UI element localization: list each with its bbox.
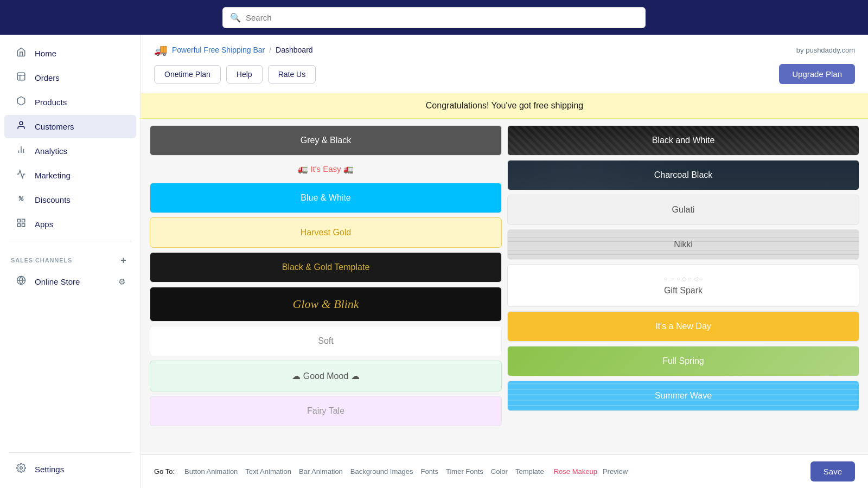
it-is-easy-text: 🚛 It's Easy 🚛 [150,160,502,178]
link-bar-animation[interactable]: Bar Animation [297,466,345,477]
main-layout: Home Orders Products Customers Analytics [0,35,868,488]
template-glow-blink[interactable]: Glow & Blink [150,287,502,322]
online-store-icon [15,275,27,288]
content-header: 🚚 Powerful Free Shipping Bar / Dashboard… [141,35,868,93]
template-gift-spark-label: Gift Spark [664,286,703,295]
go-to-label: Go To: [154,467,175,476]
discounts-icon [15,194,27,206]
rose-makeup-text: Rose Makeup [554,467,597,476]
banner-text: Congratulations! You've got free shippin… [426,101,583,110]
sidebar-item-apps[interactable]: Apps [4,213,136,236]
it-is-easy-label: 🚛 It's Easy 🚛 [298,164,354,174]
sidebar-label-customers: Customers [35,122,74,131]
sidebar-label-apps: Apps [35,220,53,229]
breadcrumb: 🚚 Powerful Free Shipping Bar / Dashboard… [154,43,855,56]
link-text-animation[interactable]: Text Animation [243,466,293,477]
svg-rect-12 [17,224,20,227]
free-shipping-banner: Congratulations! You've got free shippin… [141,93,868,119]
onetime-plan-button[interactable]: Onetime Plan [154,65,221,84]
template-good-mood[interactable]: ☁ Good Mood ☁ [150,361,502,391]
save-button[interactable]: Save [810,461,855,481]
header-actions: Onetime Plan Help Rate Us Upgrade Plan [154,64,855,93]
app-icon: 🚚 [154,43,168,56]
link-color[interactable]: Color [489,466,510,477]
template-blue-white[interactable]: Blue & White [150,183,502,213]
template-soft-label: Soft [318,336,333,345]
templates-grid: Grey & Black 🚛 It's Easy 🚛 Blue & White … [141,119,868,428]
svg-point-8 [22,199,23,201]
sidebar-item-settings[interactable]: Settings [4,458,136,481]
search-icon: 🔍 [230,12,241,23]
template-new-day[interactable]: It's a New Day [507,311,859,342]
home-icon [15,47,27,60]
link-template[interactable]: Template [513,466,546,477]
template-black-gold-label: Black & Gold Template [282,262,370,272]
link-fonts[interactable]: Fonts [418,466,441,477]
analytics-icon [15,145,27,157]
template-summer-wave-label: Summer Wave [655,391,712,400]
breadcrumb-app-name[interactable]: Powerful Free Shipping Bar [172,46,265,54]
template-glow-blink-label: Glow & Blink [292,297,359,311]
online-store-settings-icon[interactable]: ⚙ [118,277,125,287]
svg-rect-13 [22,224,25,227]
sidebar-item-marketing[interactable]: Marketing [4,164,136,187]
template-black-gold[interactable]: Black & Gold Template [150,252,502,282]
orders-icon [15,72,27,84]
template-black-white[interactable]: Black and White [507,125,859,156]
sidebar-item-products[interactable]: Products [4,91,136,114]
template-good-mood-label: ☁ Good Mood ☁ [292,371,360,381]
template-black-white-label: Black and White [652,136,715,145]
template-full-spring[interactable]: Full Spring [507,346,859,376]
template-gulati-label: Gulati [672,205,695,214]
template-summer-wave[interactable]: Summer Wave [507,381,859,411]
settings-icon [15,463,27,476]
preview-text: Preview [603,467,628,476]
link-background-images[interactable]: Background Images [348,466,416,477]
help-button[interactable]: Help [226,65,263,84]
template-charcoal-black[interactable]: Charcoal Black [507,160,859,190]
template-harvest-gold[interactable]: Harvest Gold [150,217,502,248]
left-column: Grey & Black 🚛 It's Easy 🚛 Blue & White … [150,125,502,426]
template-fairy-tale[interactable]: Fairy Tale [150,396,502,426]
sidebar-item-online-store[interactable]: Online Store ⚙ [4,270,136,293]
template-nikki-label: Nikki [674,240,693,249]
sidebar-label-analytics: Analytics [35,146,67,156]
products-icon [15,96,27,108]
template-nikki[interactable]: Nikki [507,229,859,260]
content-area: 🚚 Powerful Free Shipping Bar / Dashboard… [141,35,868,488]
svg-rect-0 [17,73,25,80]
sidebar-item-discounts[interactable]: Discounts [4,188,136,211]
link-button-animation[interactable]: Button Animation [182,466,240,477]
sidebar-item-analytics[interactable]: Analytics [4,139,136,163]
template-soft[interactable]: Soft [150,326,502,356]
sidebar-item-orders[interactable]: Orders [4,66,136,89]
template-grey-black-label: Grey & Black [301,136,351,145]
template-fairy-tale-label: Fairy Tale [307,406,344,415]
template-gulati[interactable]: Gulati [507,195,859,225]
search-input[interactable] [222,7,646,28]
online-store-label: Online Store [35,277,80,286]
upgrade-plan-button[interactable]: Upgrade Plan [779,64,855,84]
add-sales-channel-button[interactable]: + [118,254,130,266]
sidebar-label-discounts: Discounts [35,195,71,204]
sidebar-item-home[interactable]: Home [4,42,136,65]
sidebar-label-orders: Orders [35,73,60,82]
template-charcoal-label: Charcoal Black [654,170,713,179]
sales-channels-section: SALES CHANNELS + [0,246,141,269]
breadcrumb-by: by pushdaddy.com [796,46,855,54]
right-column: Black and White Charcoal Black Gulati Ni… [507,125,859,426]
sidebar-divider-2 [9,452,132,453]
svg-rect-10 [17,219,20,222]
sidebar: Home Orders Products Customers Analytics [0,35,141,488]
rate-us-button[interactable]: Rate Us [268,65,316,84]
settings-label: Settings [35,465,64,474]
apps-icon [15,218,27,230]
template-grey-black[interactable]: Grey & Black [150,125,502,156]
svg-point-7 [19,196,21,198]
link-timer-fonts[interactable]: Timer Fonts [444,466,486,477]
customers-icon [15,120,27,133]
template-gift-spark[interactable]: ○ → ○ ◇ ○ ◁ ○ Gift Spark [507,264,859,307]
sidebar-item-customers[interactable]: Customers [4,115,136,138]
marketing-icon [15,169,27,182]
template-full-spring-label: Full Spring [662,356,704,365]
